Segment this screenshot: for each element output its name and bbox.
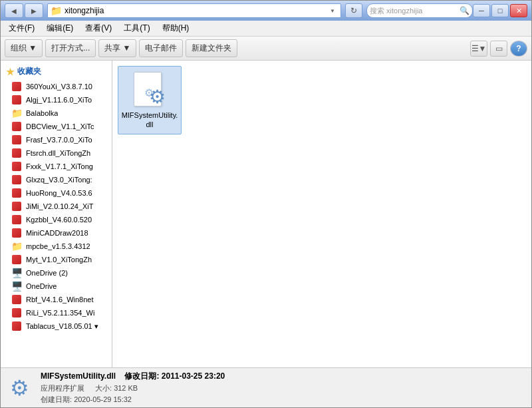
toolbar: 组织 ▼ 打开方式... 共享 ▼ 电子邮件 新建文件夹 ☰▼ ▭ ? xyxy=(1,37,531,61)
dll-gear-large-icon: ⚙ xyxy=(149,88,166,106)
status-filename: MIFSystemUtility.dll 修改日期: 2011-03-25 23… xyxy=(41,371,225,382)
sidebar-item-label-2: Balabolka xyxy=(26,109,58,117)
file-label: MIFSystemUtility.dll xyxy=(121,110,178,130)
sidebar-item-icon-0 xyxy=(11,81,22,92)
forward-button[interactable]: ▶ xyxy=(25,3,43,18)
sidebar-item-6[interactable]: Fxxk_V1.7.1_XiTong xyxy=(1,160,112,173)
search-placeholder-text: 搜索 xitongzhijia xyxy=(370,6,456,16)
address-text: xitongzhijia xyxy=(65,6,325,15)
toolbar-right: ☰▼ ▭ ? xyxy=(470,41,527,57)
sidebar-item-label-1: Algj_V1.11.6.0_XiTo xyxy=(26,96,92,104)
sidebar-item-icon-10 xyxy=(11,214,22,225)
view-pane-button[interactable]: ▭ xyxy=(490,41,507,57)
sidebar-item-icon-12: 📁 xyxy=(11,241,22,252)
menu-tools[interactable]: 工具(T) xyxy=(118,21,155,35)
address-bar[interactable]: 📁 xitongzhijia ▼ xyxy=(47,3,341,18)
open-mode-button[interactable]: 打开方式... xyxy=(45,39,96,57)
back-button[interactable]: ◀ xyxy=(5,3,23,18)
sidebar-item-icon-14: 🖥️ xyxy=(11,268,22,278)
main-window: ◀ ▶ 📁 xitongzhijia ▼ ↻ 搜索 xitongzhijia 🔍… xyxy=(0,0,532,408)
sidebar-item-label-7: Glxzq_V3.0_XiTong: xyxy=(26,176,92,184)
sidebar-favorites-header[interactable]: ★ 收藏夹 xyxy=(1,63,112,80)
sidebar-item-label-6: Fxxk_V1.7.1_XiTong xyxy=(26,162,93,170)
sidebar-item-label-5: Ftsrch.dll_XiTongZh xyxy=(26,149,90,157)
refresh-button[interactable]: ↻ xyxy=(345,3,362,18)
sidebar-item-4[interactable]: Frasf_V3.7.0.0_XiTo xyxy=(1,133,112,146)
close-button[interactable]: ✕ xyxy=(510,4,527,17)
status-size: 大小: 312 KB xyxy=(95,383,138,393)
address-dropdown-icon[interactable]: ▼ xyxy=(327,4,338,17)
sidebar-item-label-3: DBCView_V1.1_XiTc xyxy=(26,122,94,130)
sidebar-item-label-16: Rbf_V4.1.6_Win8net xyxy=(26,296,94,304)
star-icon: ★ xyxy=(6,67,15,77)
sidebar-item-icon-3 xyxy=(11,121,22,132)
sidebar-item-8[interactable]: HuoRong_V4.0.53.6 xyxy=(1,186,112,200)
file-area: ⚙ ⚙ MIFSystemUtility.dll xyxy=(112,61,531,367)
sidebar-item-icon-6 xyxy=(11,161,22,172)
nav-arrows: ◀ ▶ xyxy=(5,3,43,18)
sidebar-item-icon-16 xyxy=(11,294,22,305)
status-created: 创建日期: 2020-05-29 15:32 xyxy=(41,395,225,405)
sidebar-item-9[interactable]: JiMi_V2.0.10.24_XiT xyxy=(1,200,112,213)
sidebar-item-0[interactable]: 360YouXi_V3.8.7.10 xyxy=(1,80,112,93)
status-bar: ⚙ MIFSystemUtility.dll 修改日期: 2011-03-25 … xyxy=(1,367,531,407)
title-controls: ─ □ ✕ xyxy=(473,4,527,17)
status-file-icon: ⚙ xyxy=(6,375,33,401)
view-toggle-button[interactable]: ☰▼ xyxy=(470,41,487,57)
sidebar-item-icon-5 xyxy=(11,148,22,158)
sidebar-item-10[interactable]: Kgzbbl_V4.60.0.520 xyxy=(1,213,112,226)
sidebar-item-icon-9 xyxy=(11,201,22,212)
sidebar-item-15[interactable]: 🖥️OneDrive xyxy=(1,280,112,293)
sidebar-item-label-14: OneDrive (2) xyxy=(26,269,68,277)
status-details: 应用程序扩展 大小: 312 KB xyxy=(41,383,225,393)
sidebar-item-18[interactable]: Tablacus_V18.05.01 ▾ xyxy=(1,319,112,333)
sidebar-item-12[interactable]: 📁mpcbe_v1.5.3.4312 xyxy=(1,240,112,253)
search-bar[interactable]: 搜索 xitongzhijia 🔍 xyxy=(366,3,473,18)
sidebar-item-label-0: 360YouXi_V3.8.7.10 xyxy=(26,83,92,91)
help-button[interactable]: ? xyxy=(510,41,527,57)
sidebar-item-11[interactable]: MiniCADDraw2018 xyxy=(1,226,112,240)
sidebar-item-icon-13 xyxy=(11,254,22,265)
sidebar-item-icon-2: 📁 xyxy=(11,108,22,118)
new-folder-button[interactable]: 新建文件夹 xyxy=(186,39,237,57)
folder-icon: 📁 xyxy=(51,5,62,16)
sidebar-item-icon-4 xyxy=(11,134,22,145)
sidebar-item-label-8: HuoRong_V4.0.53.6 xyxy=(26,189,92,197)
status-created-label: 创建日期: 2020-05-29 15:32 xyxy=(41,395,132,405)
dll-icon: ⚙ ⚙ xyxy=(134,71,166,108)
sidebar-item-icon-7 xyxy=(11,174,22,185)
status-type: 应用程序扩展 xyxy=(41,383,84,393)
maximize-button[interactable]: □ xyxy=(491,4,509,17)
sidebar-item-13[interactable]: Myt_V1.0_XiTongZh xyxy=(1,253,112,266)
sidebar-item-1[interactable]: Algj_V1.11.6.0_XiTo xyxy=(1,93,112,106)
status-info: MIFSystemUtility.dll 修改日期: 2011-03-25 23… xyxy=(41,371,225,405)
sidebar-item-16[interactable]: Rbf_V4.1.6_Win8net xyxy=(1,293,112,306)
menu-help[interactable]: 帮助(H) xyxy=(157,21,195,35)
organize-button[interactable]: 组织 ▼ xyxy=(5,39,43,57)
email-button[interactable]: 电子邮件 xyxy=(139,39,183,57)
sidebar-section-label: 收藏夹 xyxy=(17,66,41,77)
menu-file[interactable]: 文件(F) xyxy=(3,21,40,35)
title-bar-content: ◀ ▶ 📁 xitongzhijia ▼ ↻ 搜索 xitongzhijia 🔍 xyxy=(5,3,473,18)
sidebar-item-label-12: mpcbe_v1.5.3.4312 xyxy=(26,242,90,250)
sidebar-item-3[interactable]: DBCView_V1.1_XiTc xyxy=(1,120,112,133)
minimize-button[interactable]: ─ xyxy=(473,4,490,17)
share-button[interactable]: 共享 ▼ xyxy=(98,39,136,57)
sidebar-item-5[interactable]: Ftsrch.dll_XiTongZh xyxy=(1,146,112,160)
file-icon-image: ⚙ ⚙ xyxy=(131,71,168,108)
sidebar-item-icon-17 xyxy=(11,307,22,318)
sidebar-item-2[interactable]: 📁Balabolka xyxy=(1,106,112,120)
sidebar-item-icon-18 xyxy=(11,321,22,331)
sidebar-item-17[interactable]: RiLi_V5.2.11.354_Wi xyxy=(1,306,112,319)
sidebar-item-label-18: Tablacus_V18.05.01 ▾ xyxy=(26,322,98,331)
sidebar-item-label-10: Kgzbbl_V4.60.0.520 xyxy=(26,216,92,224)
menu-view[interactable]: 查看(V) xyxy=(80,21,117,35)
sidebar-item-label-15: OneDrive xyxy=(26,282,57,290)
menu-edit[interactable]: 编辑(E) xyxy=(41,21,78,35)
sidebar-item-7[interactable]: Glxzq_V3.0_XiTong: xyxy=(1,173,112,186)
search-icon[interactable]: 🔍 xyxy=(459,5,469,16)
title-bar: ◀ ▶ 📁 xitongzhijia ▼ ↻ 搜索 xitongzhijia 🔍… xyxy=(1,1,531,21)
sidebar-item-14[interactable]: 🖥️OneDrive (2) xyxy=(1,266,112,280)
sidebar-item-label-11: MiniCADDraw2018 xyxy=(26,229,88,237)
file-item-dll[interactable]: ⚙ ⚙ MIFSystemUtility.dll xyxy=(118,66,182,134)
